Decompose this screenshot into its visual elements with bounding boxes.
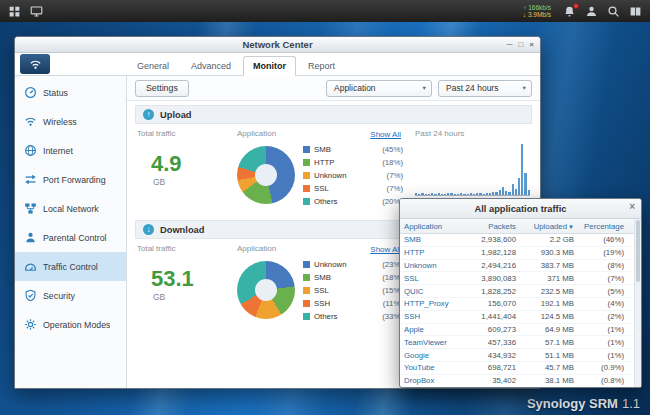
- dialog-title: All application traffic: [475, 204, 567, 214]
- sidebar-item-security[interactable]: Security: [15, 281, 126, 310]
- scrollbar-thumb[interactable]: [636, 220, 640, 282]
- chart-bar: [528, 190, 530, 195]
- legend-swatch: [303, 300, 310, 307]
- sidebar-item-label: Security: [43, 291, 75, 301]
- tab-label: Report: [308, 61, 335, 71]
- chart-bar: [492, 192, 494, 195]
- tab-label: Advanced: [191, 61, 231, 71]
- settings-button[interactable]: Settings: [135, 80, 189, 97]
- sidebar-item-icon: [24, 86, 37, 99]
- sidebar-item-icon: [24, 260, 37, 273]
- chart-bar: [518, 178, 520, 195]
- application-traffic-table: Application Packets Uploaded▼ Percentage…: [400, 219, 641, 387]
- cell-application: TeamViewer: [400, 338, 466, 347]
- sidebar-item-icon: [24, 318, 37, 331]
- chart-bar: [454, 194, 456, 195]
- sidebar-item-wireless[interactable]: Wireless: [15, 107, 126, 136]
- dialog-close-button[interactable]: ×: [629, 201, 635, 212]
- application-filter-select[interactable]: Application ▼: [326, 80, 432, 97]
- chart-bar: [502, 187, 504, 195]
- legend-item: SSH (11%): [303, 297, 403, 309]
- sidebar-item-parental-control[interactable]: Parental Control: [15, 223, 126, 252]
- user-icon[interactable]: [584, 4, 599, 19]
- chart-bar: [495, 192, 497, 195]
- chart-bar: [467, 194, 469, 195]
- download-speed: 3.9Mb/s: [528, 11, 551, 18]
- close-button[interactable]: ×: [529, 40, 534, 49]
- tab-bar: GeneralAdvancedMonitorReport: [127, 56, 345, 76]
- cell-uploaded: 64.9 MB: [520, 325, 578, 334]
- chart-bar: [441, 194, 443, 195]
- sidebar-item-icon: [24, 289, 37, 302]
- sidebar-item-local-network[interactable]: Local Network: [15, 194, 126, 223]
- table-scrollbar[interactable]: [634, 219, 641, 387]
- maximize-button[interactable]: □: [518, 40, 523, 49]
- chart-bar: [512, 184, 514, 195]
- cell-application: Google: [400, 351, 466, 360]
- tab-report[interactable]: Report: [298, 56, 345, 76]
- sidebar-item-internet[interactable]: Internet: [15, 136, 126, 165]
- sidebar-item-label: Internet: [43, 146, 73, 156]
- chart-bar: [483, 194, 485, 195]
- cell-percentage: (1%): [578, 338, 628, 347]
- cell-percentage: (5%): [578, 287, 628, 296]
- chart-bar: [421, 193, 423, 195]
- sidebar-item-operation-modes[interactable]: Operation Modes: [15, 310, 126, 339]
- chart-bar: [486, 193, 488, 195]
- dialog-titlebar[interactable]: All application traffic ×: [400, 199, 641, 219]
- cell-uploaded: 124.5 MB: [520, 312, 578, 321]
- application-filter-value: Application: [334, 83, 376, 93]
- time-range-select[interactable]: Past 24 hours ▼: [438, 80, 532, 97]
- show-desktop-icon[interactable]: [29, 4, 44, 19]
- legend-item: Unknown (7%): [303, 169, 403, 181]
- os-branding: Synology SRM1.1: [527, 396, 640, 411]
- legend-item: SMB (18%): [303, 271, 403, 283]
- legend-percentage: (18%): [382, 158, 403, 167]
- sidebar-item-label: Wireless: [43, 117, 77, 127]
- sidebar-item-label: Status: [43, 88, 68, 98]
- column-header-uploaded[interactable]: Uploaded▼: [520, 222, 578, 231]
- download-total-value: 53.1: [151, 268, 237, 290]
- column-header-percentage[interactable]: Percentage: [578, 222, 628, 231]
- tab-advanced[interactable]: Advanced: [181, 56, 241, 76]
- sidebar-item-traffic-control[interactable]: Traffic Control: [15, 252, 126, 281]
- sidebar-item-icon: [24, 173, 37, 186]
- tab-general[interactable]: General: [127, 56, 179, 76]
- chart-bar: [515, 189, 517, 195]
- legend-swatch: [303, 198, 310, 205]
- time-range-value: Past 24 hours: [446, 83, 498, 93]
- upload-section-title: Upload: [160, 110, 192, 120]
- chart-bar: [463, 194, 465, 195]
- legend-name: Unknown: [314, 260, 347, 269]
- cell-percentage: (19%): [578, 248, 628, 257]
- legend-percentage: (7%): [387, 184, 403, 193]
- chart-bar: [450, 193, 452, 195]
- chart-bar: [505, 191, 507, 195]
- search-icon[interactable]: [606, 4, 621, 19]
- chart-bar: [418, 194, 420, 195]
- chart-bar: [457, 194, 459, 195]
- column-header-application[interactable]: Application: [400, 222, 466, 231]
- cell-application: SSH: [400, 312, 466, 321]
- sidebar-item-status[interactable]: Status: [15, 78, 126, 107]
- cell-packets: 1,982,128: [466, 248, 520, 257]
- sidebar-item-port-forwarding[interactable]: Port Forwarding: [15, 165, 126, 194]
- window-titlebar[interactable]: Network Center ─ □ ×: [15, 37, 540, 53]
- brand-version: 1.1: [622, 396, 640, 411]
- notifications-icon[interactable]: [562, 4, 577, 19]
- legend-name: Others: [314, 197, 337, 206]
- pilot-view-icon[interactable]: [628, 4, 643, 19]
- column-header-packets[interactable]: Packets: [466, 222, 520, 231]
- sidebar-item-icon: [24, 144, 37, 157]
- minimize-button[interactable]: ─: [507, 40, 513, 49]
- upload-application-column: Application Show All: [237, 129, 405, 212]
- tab-monitor[interactable]: Monitor: [243, 56, 296, 76]
- toolbar: Settings Application ▼ Past 24 hours ▼: [127, 76, 540, 101]
- legend-name: Unknown: [314, 171, 347, 180]
- upload-show-all-link[interactable]: Show All: [370, 130, 401, 139]
- main-menu-icon[interactable]: [7, 4, 22, 19]
- download-donut-hole: [255, 279, 277, 301]
- sidebar-item-icon: [24, 202, 37, 215]
- download-show-all-link[interactable]: Show All: [370, 245, 401, 254]
- table-row: SSH 1,441,404 124.5 MB (2%): [400, 311, 634, 324]
